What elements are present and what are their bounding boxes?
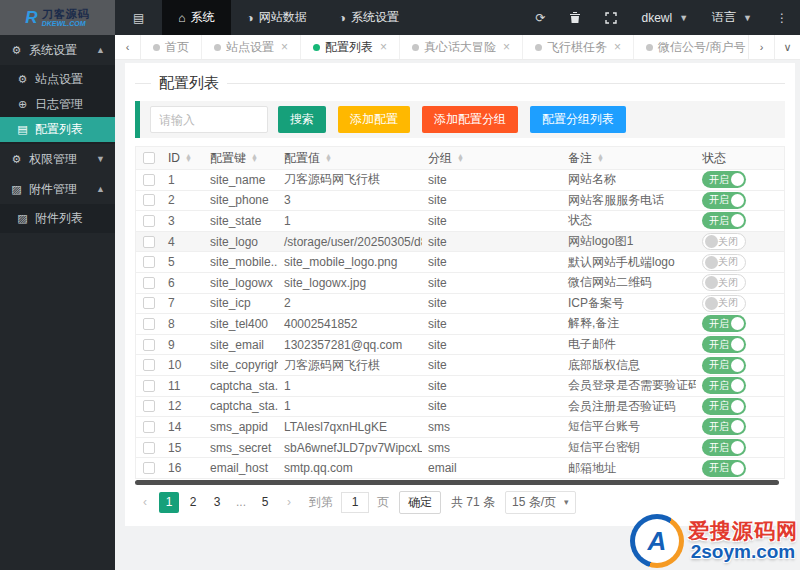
tab-close-icon[interactable]: ×	[614, 40, 621, 54]
status-toggle[interactable]: 开启	[702, 171, 746, 188]
status-toggle[interactable]: 开启	[702, 398, 746, 415]
status-toggle[interactable]: 开启	[702, 336, 746, 353]
tab-首页[interactable]: 首页	[141, 35, 202, 59]
sidebar-item-log-management[interactable]: ⊕ 日志管理	[0, 92, 115, 117]
add-config-button[interactable]: 添加配置	[338, 106, 410, 133]
tab-配置列表[interactable]: 配置列表×	[301, 35, 400, 59]
row-checkbox[interactable]	[143, 339, 155, 351]
sidebar-group-system-settings[interactable]: ⚙ 系统设置 ▲	[0, 35, 115, 65]
sort-icon[interactable]: ▲▼	[185, 154, 192, 162]
tab-站点设置[interactable]: 站点设置×	[202, 35, 301, 59]
status-toggle[interactable]: 开启	[702, 418, 746, 435]
cell-config-key: email_host	[204, 461, 278, 475]
status-toggle[interactable]: 开启	[702, 460, 746, 477]
search-input[interactable]	[150, 106, 268, 133]
row-checkbox[interactable]	[143, 380, 155, 392]
status-toggle[interactable]: 关闭	[702, 254, 746, 271]
fullscreen-button[interactable]	[593, 12, 629, 24]
search-button[interactable]: 搜索	[278, 106, 326, 133]
row-checkbox[interactable]	[143, 174, 155, 186]
status-toggle[interactable]: 开启	[702, 315, 746, 332]
sort-icon[interactable]: ▲▼	[457, 154, 464, 162]
row-checkbox[interactable]	[143, 400, 155, 412]
pagination-chevron[interactable]: ‹	[135, 492, 155, 513]
tab-close-icon[interactable]: ×	[281, 40, 288, 54]
tab-飞行棋任务[interactable]: 飞行棋任务×	[523, 35, 634, 59]
sort-icon[interactable]: ▲▼	[597, 154, 604, 162]
sidebar-item-label: 站点设置	[35, 71, 83, 88]
sidebar-group-permissions[interactable]: ⚙ 权限管理 ▼	[0, 144, 115, 174]
row-checkbox[interactable]	[143, 421, 155, 433]
row-checkbox[interactable]	[143, 215, 155, 227]
topnav-system-settings[interactable]: ◑ 系统设置	[323, 0, 415, 35]
cell-status: 开启	[696, 171, 784, 188]
goto-page-input[interactable]	[341, 492, 369, 513]
add-config-group-button[interactable]: 添加配置分组	[422, 106, 518, 133]
pagination-chevron[interactable]: ›	[279, 492, 299, 513]
header-value[interactable]: 配置值▲▼	[278, 150, 422, 167]
logo-subtitle: DKEWL.COM	[42, 20, 90, 27]
status-toggle[interactable]: 开启	[702, 212, 746, 229]
sidebar-group-attachments[interactable]: ▨ 附件管理 ▲	[0, 174, 115, 204]
cell-id: 1	[162, 173, 204, 187]
topnav-site-data[interactable]: ◑ 网站数据	[231, 0, 323, 35]
status-toggle[interactable]: 开启	[702, 377, 746, 394]
sidebar-item-attachment-list[interactable]: ▨ 附件列表	[0, 206, 115, 231]
header-group[interactable]: 分组▲▼	[422, 150, 562, 167]
sidebar-collapse-button[interactable]: ▤	[115, 0, 162, 35]
topnav-system[interactable]: ⌂ 系统	[162, 0, 230, 35]
cell-config-value: 刀客源码网飞行棋	[278, 171, 422, 188]
row-checkbox[interactable]	[143, 318, 155, 330]
clear-cache-button[interactable]	[557, 11, 593, 24]
tabs-scroll-left-button[interactable]: ‹	[115, 35, 141, 59]
per-page-select[interactable]: 15 条/页 ▾	[505, 491, 576, 514]
topbar: R 刀客源码 DKEWL.COM ▤ ⌂ 系统 ◑ 网站数据 ◑ 系统设置 ⟳ …	[0, 0, 800, 35]
row-checkbox[interactable]	[143, 462, 155, 474]
horizontal-scrollbar[interactable]	[135, 480, 779, 485]
status-toggle[interactable]: 关闭	[702, 274, 746, 291]
confirm-button[interactable]: 确定	[399, 491, 441, 514]
language-menu[interactable]: 语言 ▼	[700, 9, 764, 26]
chevron-down-icon: ▼	[743, 13, 752, 23]
row-checkbox[interactable]	[143, 277, 155, 289]
cell-config-key: site_name	[204, 173, 278, 187]
header-key[interactable]: 配置键▲▼	[204, 150, 278, 167]
sidebar-item-site-settings[interactable]: ⚙ 站点设置	[0, 67, 115, 92]
tabs-scroll-right-button[interactable]: ›	[748, 35, 774, 59]
user-menu[interactable]: dkewl ▼	[629, 11, 700, 25]
row-checkbox[interactable]	[143, 194, 155, 206]
select-all-checkbox[interactable]	[143, 152, 155, 164]
tab-label: 飞行棋任务	[547, 39, 607, 56]
status-toggle[interactable]: 关闭	[702, 295, 746, 312]
more-menu[interactable]: ⋮	[764, 11, 800, 25]
row-checkbox[interactable]	[143, 442, 155, 454]
row-checkbox[interactable]	[143, 236, 155, 248]
cell-remark: 网站logo图1	[562, 233, 696, 250]
status-toggle[interactable]: 关闭	[702, 233, 746, 250]
config-group-list-button[interactable]: 配置分组列表	[530, 106, 626, 133]
cell-status: 开启	[696, 192, 784, 209]
sidebar-item-config-list[interactable]: ▤ 配置列表	[0, 117, 115, 142]
status-toggle[interactable]: 开启	[702, 357, 746, 374]
tab-真心话大冒险[interactable]: 真心话大冒险×	[400, 35, 523, 59]
header-id[interactable]: ID▲▼	[162, 151, 204, 165]
sort-icon[interactable]: ▲▼	[251, 154, 258, 162]
row-checkbox[interactable]	[143, 297, 155, 309]
row-checkbox[interactable]	[143, 256, 155, 268]
pagination-page-3[interactable]: 3	[207, 492, 227, 513]
status-toggle[interactable]: 开启	[702, 192, 746, 209]
tab-微信公号/商户号[interactable]: 微信公号/商户号×	[634, 35, 748, 59]
pagination-page-5[interactable]: 5	[255, 492, 275, 513]
row-checkbox[interactable]	[143, 359, 155, 371]
tab-close-icon[interactable]: ×	[380, 40, 387, 54]
cell-config-value: sbA6wnefJLD7pv7WipcxL0M3IM...	[278, 441, 422, 455]
sort-icon[interactable]: ▲▼	[325, 154, 332, 162]
refresh-button[interactable]: ⟳	[523, 11, 557, 25]
tab-close-icon[interactable]: ×	[503, 40, 510, 54]
status-toggle[interactable]: 开启	[702, 439, 746, 456]
pagination-page-2[interactable]: 2	[183, 492, 203, 513]
header-remark[interactable]: 备注▲▼	[562, 150, 696, 167]
app-logo[interactable]: R 刀客源码 DKEWL.COM	[0, 0, 115, 35]
pagination-page-1[interactable]: 1	[159, 492, 179, 513]
tabs-menu-button[interactable]: ∨	[774, 35, 800, 59]
